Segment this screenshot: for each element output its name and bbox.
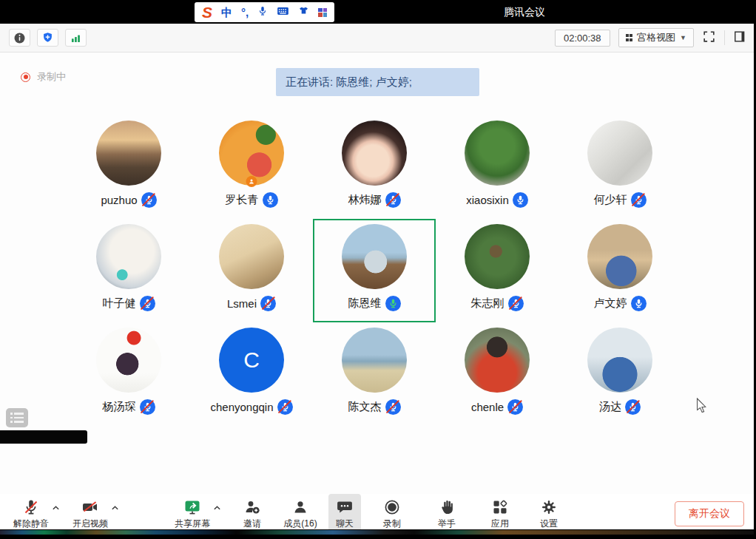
participant-name: 陈恩维 xyxy=(348,296,382,311)
active-speaker-banner: 正在讲话: 陈恩维; 卢文婷; xyxy=(276,68,479,96)
invite-person-icon xyxy=(243,498,261,516)
participant-name-row: Lsmei xyxy=(227,296,276,311)
participant-name: 杨汤琛 xyxy=(103,400,136,414)
apps-label: 应用 xyxy=(491,518,509,530)
apps-button[interactable]: 应用 xyxy=(481,498,519,530)
participant-tile[interactable]: puzhuo xyxy=(67,115,190,219)
participant-tile[interactable]: 陈文杰 xyxy=(313,322,436,426)
unmute-button[interactable]: 解除静音 xyxy=(10,498,52,530)
layout-switcher-button[interactable]: 宫格视图 ▼ xyxy=(618,28,694,47)
list-icon xyxy=(10,413,24,415)
participant-tile[interactable]: 朱志刚 xyxy=(436,219,558,322)
meeting-window: S 中 °, 腾讯会议 02:00:38 宫格视图 ▼ xyxy=(0,0,756,539)
mouse-cursor xyxy=(696,398,709,416)
share-screen-label: 共享屏幕 xyxy=(175,518,210,530)
participant-tile[interactable]: 罗长青 xyxy=(190,115,313,219)
participant-name: chenle xyxy=(471,401,504,413)
chat-label: 聊天 xyxy=(336,518,354,530)
network-signal-button[interactable] xyxy=(65,29,87,47)
ime-chinese-mode-icon[interactable]: 中 xyxy=(221,7,232,18)
participant-tile[interactable]: Lsmei xyxy=(190,219,313,322)
participant-tile[interactable]: 叶子健 xyxy=(67,219,190,322)
camera-off-icon xyxy=(81,498,99,516)
unmute-label: 解除静音 xyxy=(13,518,49,530)
ime-toolbox-icon[interactable] xyxy=(318,8,327,17)
person-icon xyxy=(291,498,309,516)
ime-skin-icon[interactable] xyxy=(298,6,309,19)
recording-indicator: 录制中 xyxy=(21,70,66,84)
mic-status-icon xyxy=(141,192,157,208)
ime-mic-icon[interactable] xyxy=(257,5,268,19)
avatar-letter xyxy=(219,224,284,289)
participant-name-row: 林炜娜 xyxy=(348,192,401,208)
participant-grid: puzhuo 罗长青 林炜娜 xyxy=(67,115,681,426)
members-label: 成员(16) xyxy=(283,518,317,530)
share-screen-button[interactable]: 共享屏幕 xyxy=(172,498,213,530)
members-button[interactable]: 成员(16) xyxy=(277,498,324,530)
video-options-chevron[interactable] xyxy=(111,498,123,517)
meeting-timer: 02:00:38 xyxy=(555,30,610,47)
participant-name-row: 陈文杰 xyxy=(348,399,401,415)
participant-name: puzhuo xyxy=(101,194,137,206)
raise-hand-button[interactable]: 举手 xyxy=(428,498,466,530)
mic-status-icon xyxy=(385,296,401,311)
participant-tile[interactable]: 杨汤琛 xyxy=(67,322,190,426)
chat-button[interactable]: 聊天 xyxy=(328,494,361,535)
sidebar-toggle-button[interactable] xyxy=(733,30,747,47)
mic-status-icon xyxy=(140,296,155,311)
participant-tile[interactable]: 何少轩 xyxy=(558,115,681,219)
ime-punctuation-icon[interactable]: °, xyxy=(241,7,249,18)
participant-name: chenyongqin xyxy=(210,401,273,413)
participant-name-row: chenle xyxy=(471,399,523,415)
mic-status-icon xyxy=(507,399,523,415)
bottom-toolbar: 解除静音 开启视频 共享屏幕 邀请 成员(16) 聊天 录制 xyxy=(0,494,756,529)
participant-name-row: xiaosixin xyxy=(466,192,528,208)
video-grid-area: 录制中 正在讲话: 陈恩维; 卢文婷; puzhuo 罗长青 xyxy=(0,52,756,494)
mic-status-icon xyxy=(631,296,647,311)
participant-avatar xyxy=(342,121,407,186)
participant-avatar xyxy=(96,224,161,289)
meeting-info-button[interactable] xyxy=(9,29,30,47)
avatar-letter xyxy=(587,224,652,289)
leave-meeting-button[interactable]: 离开会议 xyxy=(675,501,744,526)
participant-tile[interactable]: 林炜娜 xyxy=(313,115,436,219)
grid-view-icon xyxy=(626,34,633,41)
recording-dot-icon xyxy=(21,72,30,82)
participant-tile[interactable]: 卢文婷 xyxy=(558,219,681,322)
mic-status-icon xyxy=(263,192,278,208)
app-title: 腾讯会议 xyxy=(504,6,545,19)
participant-tile[interactable]: 陈恩维 xyxy=(313,219,436,322)
record-button[interactable]: 录制 xyxy=(373,498,411,530)
participant-tile[interactable]: 汤达 xyxy=(558,322,681,426)
avatar-letter xyxy=(465,328,530,393)
settings-label: 设置 xyxy=(540,518,558,530)
caption-panel-handle[interactable] xyxy=(6,408,28,427)
participant-tile[interactable]: chenle xyxy=(436,322,558,426)
share-options-chevron[interactable] xyxy=(213,498,225,517)
ime-keyboard-icon[interactable] xyxy=(277,6,289,19)
mic-status-icon xyxy=(140,399,155,415)
mic-status-icon xyxy=(625,399,641,415)
mic-status-icon xyxy=(508,296,524,311)
settings-button[interactable]: 设置 xyxy=(530,498,568,530)
participant-name: 汤达 xyxy=(599,400,621,414)
participant-name-row: puzhuo xyxy=(101,192,156,208)
audio-options-chevron[interactable] xyxy=(52,498,64,517)
participant-tile[interactable]: C chenyongqin xyxy=(190,322,313,426)
invite-button[interactable]: 邀请 xyxy=(234,498,271,530)
fullscreen-button[interactable] xyxy=(702,30,716,47)
avatar-letter xyxy=(96,328,161,393)
ime-toolbar[interactable]: S 中 °, xyxy=(195,2,334,22)
avatar-letter xyxy=(465,121,530,186)
sogou-logo-icon[interactable]: S xyxy=(202,4,212,20)
participant-name: 何少轩 xyxy=(594,193,627,207)
chat-bubble-icon xyxy=(336,498,354,516)
participant-avatar xyxy=(219,121,284,186)
avatar-letter xyxy=(96,224,161,289)
participant-tile[interactable]: xiaosixin xyxy=(436,115,558,219)
participant-name-row: 何少轩 xyxy=(594,192,647,208)
avatar-letter xyxy=(342,328,407,393)
security-shield-button[interactable] xyxy=(37,29,58,47)
avatar-letter xyxy=(342,121,407,186)
start-video-button[interactable]: 开启视频 xyxy=(70,498,111,530)
